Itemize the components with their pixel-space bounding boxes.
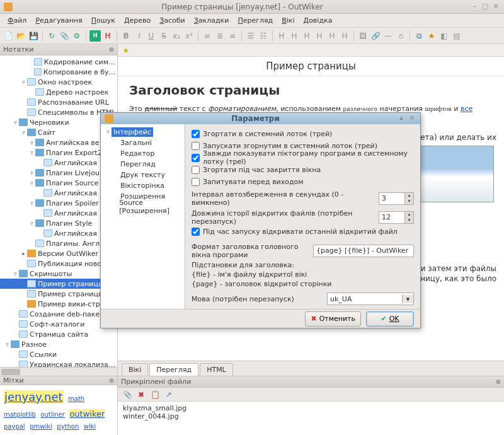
tag-link[interactable]: math — [68, 395, 84, 402]
tree-item[interactable]: Страница сайта — [0, 329, 117, 339]
autosave-spinner[interactable]: 3▴▾ — [379, 192, 414, 205]
tree-item[interactable]: Ссылки — [0, 349, 117, 359]
new-icon[interactable]: 📄 — [3, 30, 14, 42]
italic-icon[interactable]: I — [133, 30, 144, 42]
star-icon[interactable]: ★ — [120, 45, 132, 56]
attachment-item[interactable]: winter_0044.jpg — [123, 412, 499, 420]
numlist-icon[interactable]: ☷ — [258, 30, 269, 42]
tag-link[interactable]: jenyay.net — [4, 390, 64, 403]
titlefmt-input[interactable]: {page} [{file}] - OutWiker — [313, 245, 414, 257]
attachments-list[interactable]: klyazma_small.jpgwinter_0044.jpg — [118, 402, 504, 435]
open-icon[interactable]: 📂 — [15, 30, 26, 42]
sup-icon[interactable]: x² — [183, 30, 195, 42]
attachment-item[interactable]: klyazma_small.jpg — [123, 404, 499, 412]
tree-item[interactable]: Копирование в буфер из — [0, 67, 117, 77]
dialog-rollup-button[interactable]: ▴ — [397, 114, 406, 123]
refresh-icon[interactable]: ↻ — [46, 30, 57, 42]
option-checkbox[interactable] — [192, 178, 200, 186]
dialog-close-button[interactable]: × — [408, 114, 416, 123]
strike-icon[interactable]: S — [158, 30, 169, 42]
lang-combo[interactable]: uk_UA▾ — [327, 293, 414, 305]
option-checkbox[interactable] — [192, 166, 200, 174]
tag-link[interactable]: matplotlib — [4, 411, 36, 418]
cancel-button[interactable]: ✖Отменить — [305, 311, 361, 327]
menu-Файл[interactable]: Файл — [4, 15, 30, 26]
category-item[interactable]: Друк тексту — [102, 170, 183, 180]
tag-link[interactable]: wiki — [84, 423, 96, 430]
menu-Засоби[interactable]: Засоби — [156, 15, 189, 26]
option-checkbox[interactable] — [192, 130, 200, 138]
bold-icon[interactable]: B — [120, 30, 132, 42]
attach-delete-icon[interactable]: ✖ — [135, 389, 147, 400]
open-last-checkbox[interactable] — [192, 228, 200, 236]
tag-link[interactable]: python — [57, 423, 79, 430]
h6-icon[interactable]: H — [339, 30, 350, 42]
link-icon[interactable]: 🔗 — [370, 30, 381, 42]
category-item[interactable]: Загальні — [102, 137, 183, 148]
tree-item[interactable]: ▿Окно настроек — [0, 77, 117, 87]
menu-Довідка[interactable]: Довідка — [300, 15, 336, 26]
tree-scrollbar[interactable] — [0, 367, 117, 376]
menu-Пошук[interactable]: Пошук — [88, 15, 119, 26]
option-checkbox[interactable] — [192, 142, 200, 150]
tree-item[interactable]: Кодирование символов — [0, 57, 117, 67]
globe-icon[interactable]: ⚙ — [71, 30, 83, 42]
tab-Вікі[interactable]: Вікі — [122, 363, 148, 376]
sub-icon[interactable]: x₂ — [171, 30, 182, 42]
close-button[interactable]: × — [491, 3, 500, 11]
tag-link[interactable]: pmwiki — [30, 423, 52, 430]
list-icon[interactable]: ☰ — [245, 30, 256, 42]
h4-icon[interactable]: H — [314, 30, 325, 42]
category-item[interactable]: Вікісторінка — [102, 180, 183, 191]
html-icon[interactable]: H — [89, 30, 101, 42]
tree-item[interactable]: Распознавание URL — [0, 97, 117, 107]
hr-icon[interactable]: — — [382, 30, 394, 42]
align-right-icon[interactable]: ≡ — [227, 30, 238, 42]
category-item[interactable]: Редактор — [102, 148, 183, 159]
category-item[interactable]: Перегляд — [102, 159, 183, 170]
attach-paste-icon[interactable]: 📋 — [149, 389, 161, 400]
pin-icon[interactable]: ⊗ — [109, 46, 114, 53]
attach-open-icon[interactable]: ↗ — [163, 389, 175, 400]
tag-link[interactable]: paypal — [4, 423, 25, 430]
menu-Перегляд[interactable]: Перегляд — [234, 15, 277, 26]
tag-link[interactable]: outliner — [40, 411, 65, 418]
dialog-categories[interactable]: ▿ІнтерфейсЗагальніРедакторПереглядДрук т… — [101, 124, 185, 310]
attach-icon[interactable]: 📎 — [59, 30, 70, 42]
h1-icon[interactable]: H — [276, 30, 287, 42]
bookmark-icon[interactable]: ★ — [426, 30, 437, 42]
dialog-titlebar[interactable]: Параметри ▴ × — [101, 113, 420, 124]
tag-link[interactable]: outwiker — [69, 409, 105, 419]
option-checkbox[interactable] — [192, 154, 200, 162]
category-item[interactable]: Source [Розширення] — [102, 202, 183, 212]
align-center-icon[interactable]: ≣ — [214, 30, 226, 42]
category-item[interactable]: ▿Інтерфейс — [102, 127, 183, 137]
menu-Дерево[interactable]: Дерево — [120, 15, 154, 26]
h2-icon[interactable]: H — [289, 30, 300, 42]
tree-item[interactable]: Украинская локализаци — [0, 359, 117, 367]
pin-icon[interactable]: ⊗ — [496, 378, 501, 385]
menu-Вікі[interactable]: Вікі — [278, 15, 298, 26]
menu-Закладки[interactable]: Закладки — [190, 15, 233, 26]
menu-Редагування[interactable]: Редагування — [32, 15, 86, 26]
tree-item[interactable]: ▿Разное — [0, 339, 117, 349]
misc-icon[interactable]: ▤ — [451, 30, 462, 42]
style-icon[interactable]: ◧ — [438, 30, 450, 42]
tree-item[interactable]: Дерево настроек — [0, 87, 117, 97]
h5-icon[interactable]: H — [326, 30, 338, 42]
align-left-icon[interactable]: ≡ — [202, 30, 213, 42]
maximize-button[interactable]: ▢ — [481, 3, 490, 11]
underline-icon[interactable]: U — [146, 30, 157, 42]
escape-icon[interactable]: ⎋ — [395, 30, 406, 42]
heading-icon[interactable]: H — [102, 30, 113, 42]
source-icon[interactable]: ⧉ — [413, 30, 425, 42]
minimize-button[interactable]: – — [470, 3, 479, 11]
image-icon[interactable]: 🖼 — [357, 30, 369, 42]
attach-add-icon[interactable]: 📎 — [122, 389, 133, 400]
save-icon[interactable]: 💾 — [28, 30, 39, 42]
h3-icon[interactable]: H — [301, 30, 312, 42]
tab-HTML[interactable]: HTML — [200, 363, 233, 376]
history-spinner[interactable]: 12▴▾ — [379, 211, 414, 224]
ok-button[interactable]: ✔OK — [366, 311, 414, 327]
pin-icon[interactable]: ⊗ — [109, 377, 114, 384]
